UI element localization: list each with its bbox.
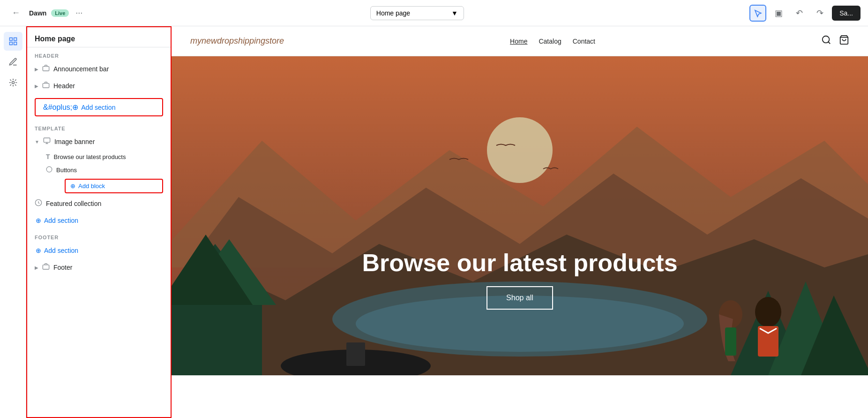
shop-all-button[interactable]: Shop all	[486, 286, 553, 310]
plus-circle-icon-4: ⊕	[36, 247, 41, 254]
announcement-bar-label: Announcement bar	[53, 65, 109, 73]
add-section-footer-button[interactable]: ⊕ Add section	[31, 244, 167, 257]
sidebar-grid-button[interactable]	[4, 73, 22, 92]
svg-point-4	[12, 82, 14, 84]
store-header: mynewdropshippingstore Home Catalog Cont…	[172, 26, 868, 56]
theme-name: Dawn	[29, 9, 46, 17]
page-selector-wrap[interactable]: Home page ▼	[370, 6, 464, 20]
panel-title: Home page	[27, 27, 171, 47]
more-options-button[interactable]: ···	[74, 6, 84, 20]
featured-collection-icon	[35, 199, 42, 208]
footer-group-label: FOOTER	[27, 229, 171, 242]
nav-home[interactable]: Home	[510, 38, 527, 45]
featured-collection-label: Featured collection	[46, 200, 101, 207]
redo-button[interactable]: ↷	[811, 5, 828, 22]
svg-rect-1	[14, 38, 16, 41]
sidebar-pen-button[interactable]	[4, 53, 22, 71]
plus-circle-icon-2: ⊕	[70, 182, 75, 190]
sub-item-browse[interactable]: T Browse our latest products	[27, 150, 171, 163]
footer-label: Footer	[53, 264, 72, 271]
svg-point-15	[487, 117, 553, 183]
svg-rect-6	[43, 84, 49, 88]
sub-item-buttons[interactable]: Buttons	[27, 163, 171, 177]
sub-item-buttons-label: Buttons	[56, 167, 77, 174]
plus-circle-icon-1: &#oplus;⊕	[43, 103, 78, 112]
add-section-label-2: Add section	[44, 217, 78, 224]
preview-frame: mynewdropshippingstore Home Catalog Cont…	[172, 26, 868, 418]
landscape-svg	[172, 56, 868, 375]
svg-rect-10	[43, 265, 49, 269]
add-section-button-2[interactable]: ⊕ Add section	[31, 214, 167, 227]
add-section-footer-wrap: ⊕ Add section	[27, 242, 171, 259]
sidebar-layers-button[interactable]	[4, 32, 22, 51]
main-layout: Home page HEADER ▶ Announcement bar ▶	[0, 26, 868, 418]
add-section-wrap-1: &#oplus;⊕ Add section	[27, 94, 171, 120]
panel-scroll: HEADER ▶ Announcement bar ▶ Header	[27, 47, 171, 417]
hero-section: Browse our latest products Shop all	[172, 56, 868, 375]
add-block-button[interactable]: ⊕ Add block	[65, 179, 163, 193]
page-selector-label: Home page	[376, 9, 410, 17]
store-header-icons	[821, 35, 849, 47]
desktop-view-button[interactable]: ▣	[770, 5, 787, 22]
add-section-button-1[interactable]: &#oplus;⊕ Add section	[35, 98, 163, 116]
template-group-label: TEMPLATE	[27, 120, 171, 133]
svg-rect-3	[14, 42, 16, 45]
svg-rect-5	[43, 67, 49, 71]
preview-area: mynewdropshippingstore Home Catalog Cont…	[172, 26, 868, 418]
header-label: Header	[53, 82, 75, 90]
sections-panel: Home page HEADER ▶ Announcement bar ▶	[26, 26, 172, 418]
plus-circle-icon-3: ⊕	[36, 217, 41, 224]
hero-title: Browse our latest products	[172, 249, 868, 277]
live-badge: Live	[51, 9, 69, 17]
svg-rect-31	[725, 327, 736, 356]
top-bar-right: ▣ ↶ ↷ Sa...	[749, 5, 861, 22]
store-nav: Home Catalog Contact	[510, 38, 595, 45]
undo-button[interactable]: ↶	[791, 5, 808, 22]
svg-rect-7	[44, 138, 50, 142]
svg-rect-2	[9, 42, 12, 45]
search-icon-store[interactable]	[821, 35, 831, 47]
save-button[interactable]: Sa...	[832, 6, 861, 21]
featured-collection-item[interactable]: Featured collection	[27, 195, 171, 212]
header-item[interactable]: ▶ Header	[27, 77, 171, 94]
image-banner-icon	[43, 137, 51, 146]
svg-rect-33	[758, 326, 778, 357]
cursor-tool-button[interactable]	[749, 5, 766, 22]
chevron-down-icon-2: ▼	[35, 139, 39, 144]
chevron-down-icon: ▼	[451, 9, 458, 17]
add-section-wrap-2: ⊕ Add section	[27, 212, 171, 229]
svg-rect-0	[9, 38, 12, 41]
buttons-icon	[46, 166, 52, 174]
chevron-right-icon-3: ▶	[35, 265, 38, 270]
text-icon: T	[46, 153, 50, 160]
image-banner-item[interactable]: ▼ Image banner	[27, 133, 171, 150]
top-bar: ← Dawn Live ··· Home page ▼ ▣ ↶ ↷ Sa...	[0, 0, 868, 26]
cart-icon-store[interactable]	[839, 35, 849, 47]
add-block-label: Add block	[78, 182, 105, 190]
nav-contact[interactable]: Contact	[573, 38, 595, 45]
footer-item[interactable]: ▶ Footer	[27, 259, 171, 276]
add-section-footer-label: Add section	[44, 247, 78, 254]
chevron-right-icon: ▶	[35, 67, 38, 72]
header-icon	[42, 81, 50, 91]
add-section-label-1: Add section	[81, 104, 115, 111]
svg-point-8	[46, 167, 52, 172]
announcement-bar-icon	[42, 64, 50, 74]
icon-sidebar	[0, 26, 26, 418]
sub-item-browse-label: Browse our latest products	[54, 153, 126, 160]
header-group-label: HEADER	[27, 47, 171, 61]
nav-catalog[interactable]: Catalog	[539, 38, 561, 45]
add-block-wrap: ⊕ Add block	[27, 177, 171, 195]
back-button[interactable]: ←	[7, 5, 24, 22]
svg-rect-29	[346, 342, 365, 366]
svg-point-12	[823, 36, 830, 43]
hero-text-area: Browse our latest products Shop all	[172, 249, 868, 310]
chevron-right-icon-2: ▶	[35, 84, 38, 89]
top-bar-left: ← Dawn Live ···	[7, 5, 84, 22]
footer-icon	[42, 263, 50, 272]
store-logo: mynewdropshippingstore	[190, 36, 284, 46]
announcement-bar-item[interactable]: ▶ Announcement bar	[27, 61, 171, 77]
image-banner-label: Image banner	[54, 138, 95, 145]
svg-rect-19	[172, 305, 262, 375]
